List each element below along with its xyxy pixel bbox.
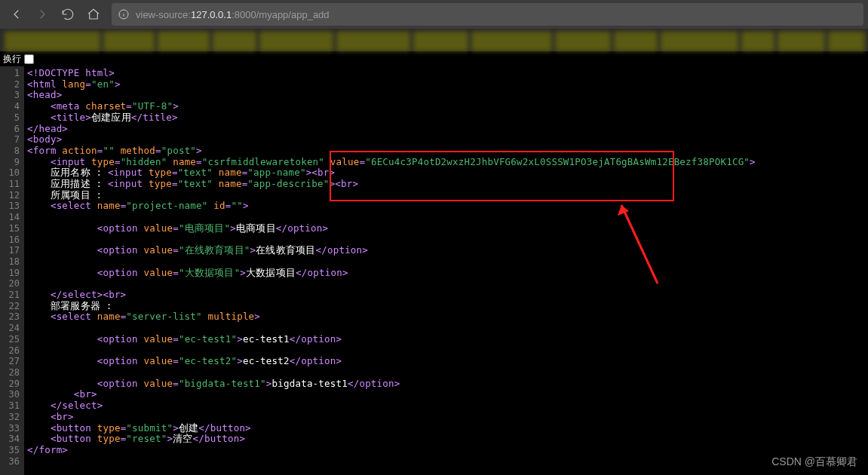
wrap-label: 换行 (3, 53, 21, 66)
address-bar[interactable]: view-source:127.0.0.1:8000/myapp/app_add (112, 3, 863, 26)
browser-tab[interactable] (5, 32, 100, 51)
line-gutter: 1234567891011121314151617181920212223242… (0, 66, 24, 475)
browser-tab[interactable] (828, 32, 865, 51)
info-icon (118, 8, 130, 20)
source-viewer: 1234567891011121314151617181920212223242… (0, 66, 868, 475)
back-button[interactable] (5, 3, 29, 26)
browser-tab[interactable] (103, 32, 155, 51)
browser-tab[interactable] (336, 32, 410, 51)
browser-tab[interactable] (741, 32, 774, 51)
browser-tab[interactable] (661, 32, 738, 51)
wrap-checkbox[interactable] (24, 54, 34, 64)
browser-tab[interactable] (213, 32, 257, 51)
home-button[interactable] (81, 3, 106, 26)
wrap-row: 换行 (0, 51, 868, 66)
browser-tab[interactable] (614, 32, 658, 51)
url-text: view-source:127.0.0.1:8000/myapp/app_add (136, 9, 330, 20)
watermark: CSDN @百慕卿君 (771, 455, 857, 469)
browser-tab[interactable] (471, 32, 552, 51)
source-content[interactable]: <!DOCTYPE html> <html lang="en"> <head> … (24, 66, 868, 475)
browser-tab[interactable] (259, 32, 333, 51)
refresh-button[interactable] (56, 3, 80, 26)
browser-tab[interactable] (778, 32, 825, 51)
tab-strip (0, 29, 868, 51)
browser-toolbar: view-source:127.0.0.1:8000/myapp/app_add (0, 0, 868, 29)
browser-tab[interactable] (555, 32, 610, 51)
forward-button[interactable] (30, 3, 54, 26)
browser-tab[interactable] (413, 32, 468, 51)
browser-tab[interactable] (158, 32, 209, 51)
